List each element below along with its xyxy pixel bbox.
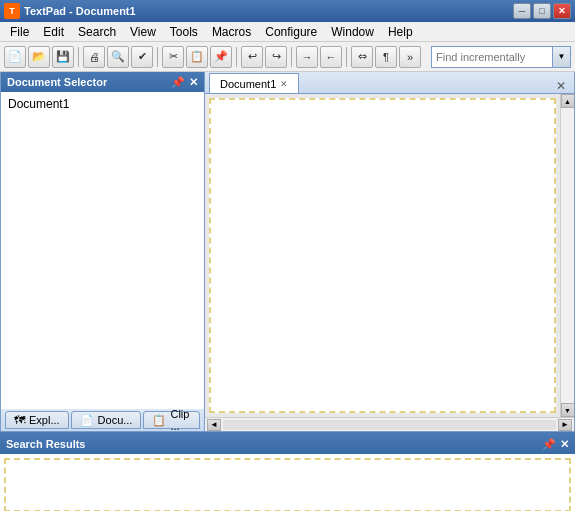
explorer-icon: 🗺 <box>14 414 25 426</box>
find-incremental-dropdown[interactable]: ▼ <box>552 47 570 67</box>
outdent-button[interactable]: ← <box>320 46 342 68</box>
menu-edit[interactable]: Edit <box>37 23 70 41</box>
clipboard-tab[interactable]: 📋 Clip ... <box>143 411 200 429</box>
panel-close-button[interactable]: ✕ <box>189 76 198 89</box>
sep5 <box>346 47 347 67</box>
cut-button[interactable]: ✂ <box>162 46 184 68</box>
find-incremental-box: ▼ <box>431 46 571 68</box>
editor-content <box>209 98 556 413</box>
document-selector-panel: Document Selector 📌 ✕ Document1 🗺 Expl..… <box>0 72 205 432</box>
menu-window[interactable]: Window <box>325 23 380 41</box>
menu-configure[interactable]: Configure <box>259 23 323 41</box>
para-button[interactable]: ¶ <box>375 46 397 68</box>
search-results-controls: 📌 ✕ <box>542 438 569 451</box>
documents-label: Docu... <box>98 414 133 426</box>
search-results-title: Search Results <box>6 438 85 450</box>
spell-button[interactable]: ✔ <box>131 46 153 68</box>
documents-icon: 📄 <box>80 414 94 427</box>
hscroll-track[interactable] <box>223 420 556 430</box>
doc-list-item[interactable]: Document1 <box>5 96 200 112</box>
tab-label: Document1 <box>220 78 276 90</box>
print-preview-button[interactable]: 🔍 <box>107 46 129 68</box>
save-button[interactable]: 💾 <box>52 46 74 68</box>
panel-pin-button[interactable]: 📌 <box>171 76 185 89</box>
search-results-header: Search Results 📌 ✕ <box>0 434 575 454</box>
clipboard-label: Clip ... <box>170 408 191 432</box>
new-button[interactable]: 📄 <box>4 46 26 68</box>
vscroll-up[interactable]: ▲ <box>561 94 575 108</box>
editor-vscroll[interactable]: ▲ ▼ <box>560 94 574 417</box>
menu-file[interactable]: File <box>4 23 35 41</box>
sep2 <box>157 47 158 67</box>
title-bar-controls: ─ □ ✕ <box>513 3 571 19</box>
app-title: TextPad - Document1 <box>24 5 136 17</box>
search-results-panel: Search Results 📌 ✕ 🔍 Search Results ⚙ To… <box>0 432 575 511</box>
close-button[interactable]: ✕ <box>553 3 571 19</box>
vscroll-down[interactable]: ▼ <box>561 403 575 417</box>
sep4 <box>291 47 292 67</box>
copy-button[interactable]: 📋 <box>186 46 208 68</box>
hscroll-right[interactable]: ► <box>558 419 572 431</box>
documents-tab[interactable]: 📄 Docu... <box>71 411 142 429</box>
main-area: Document Selector 📌 ✕ Document1 🗺 Expl..… <box>0 72 575 432</box>
hscroll-left[interactable]: ◄ <box>207 419 221 431</box>
search-results-close[interactable]: ✕ <box>560 438 569 451</box>
paste-button[interactable]: 📌 <box>210 46 232 68</box>
search-results-content <box>4 458 571 511</box>
indent-button[interactable]: → <box>296 46 318 68</box>
panel-header-controls: 📌 ✕ <box>171 76 198 89</box>
more-button[interactable]: » <box>399 46 421 68</box>
title-bar-left: T TextPad - Document1 <box>4 3 136 19</box>
tab-close-button[interactable]: ✕ <box>280 79 288 89</box>
sep1 <box>78 47 79 67</box>
menu-bar: File Edit Search View Tools Macros Confi… <box>0 22 575 42</box>
open-button[interactable]: 📂 <box>28 46 50 68</box>
toolbar: 📄 📂 💾 🖨 🔍 ✔ ✂ 📋 📌 ↩ ↪ → ← ⇔ ¶ » ▼ <box>0 42 575 72</box>
editor-panel: Document1 ✕ ✕ ▲ ▼ ◄ ► <box>205 72 575 432</box>
editor-hscroll[interactable]: ◄ ► <box>205 417 574 431</box>
minimize-button[interactable]: ─ <box>513 3 531 19</box>
selector-bottom-tab-bar: 🗺 Expl... 📄 Docu... 📋 Clip ... <box>1 409 204 431</box>
editor-tab-bar: Document1 ✕ ✕ <box>205 72 574 94</box>
menu-search[interactable]: Search <box>72 23 122 41</box>
sep3 <box>236 47 237 67</box>
doc-selector-title: Document Selector <box>7 76 107 88</box>
redo-button[interactable]: ↪ <box>265 46 287 68</box>
doc-selector-header: Document Selector 📌 ✕ <box>1 72 204 92</box>
maximize-button[interactable]: □ <box>533 3 551 19</box>
menu-tools[interactable]: Tools <box>164 23 204 41</box>
document-list: Document1 <box>1 92 204 409</box>
find-incremental-input[interactable] <box>432 47 552 67</box>
app-icon: T <box>4 3 20 19</box>
menu-help[interactable]: Help <box>382 23 419 41</box>
search-results-pin[interactable]: 📌 <box>542 438 556 451</box>
clipboard-icon: 📋 <box>152 414 166 427</box>
explorer-tab[interactable]: 🗺 Expl... <box>5 411 69 429</box>
close-all-button[interactable]: ✕ <box>552 79 570 93</box>
editor-tab-document1[interactable]: Document1 ✕ <box>209 73 299 93</box>
title-bar: T TextPad - Document1 ─ □ ✕ <box>0 0 575 22</box>
menu-macros[interactable]: Macros <box>206 23 257 41</box>
menu-view[interactable]: View <box>124 23 162 41</box>
print-button[interactable]: 🖨 <box>83 46 105 68</box>
undo-button[interactable]: ↩ <box>241 46 263 68</box>
explorer-label: Expl... <box>29 414 60 426</box>
compare-button[interactable]: ⇔ <box>351 46 373 68</box>
